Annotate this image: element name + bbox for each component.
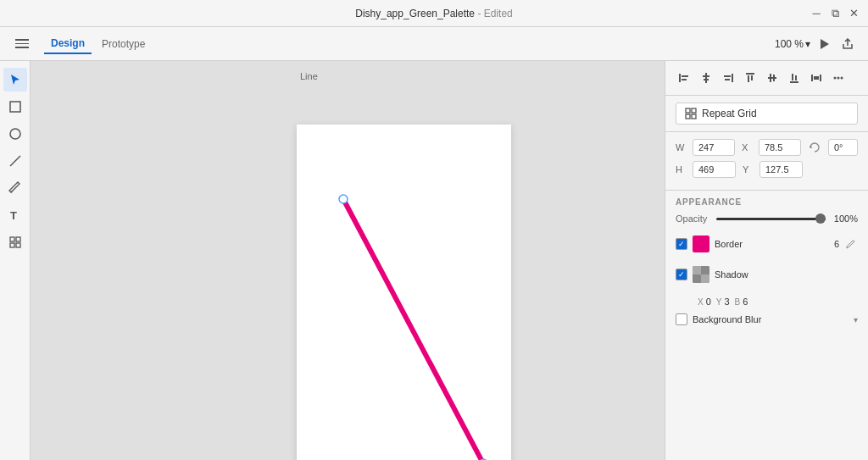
border-edit-button[interactable] xyxy=(844,237,858,251)
svg-rect-30 xyxy=(795,75,797,80)
shadow-label: Shadow xyxy=(715,269,858,280)
svg-point-35 xyxy=(837,77,840,80)
svg-rect-22 xyxy=(746,73,754,75)
x-input[interactable] xyxy=(759,139,801,156)
shadow-color-swatch[interactable] xyxy=(693,266,709,283)
line-tool[interactable] xyxy=(3,149,27,173)
svg-rect-33 xyxy=(814,76,819,80)
svg-point-4 xyxy=(10,191,12,193)
shadow-y-label: Y xyxy=(716,297,722,307)
title-bar: Dishy_app_Green_Palette - Edited ─ ⧉ ✕ xyxy=(0,0,868,27)
minimize-button[interactable]: ─ xyxy=(810,8,822,19)
align-left-button[interactable] xyxy=(674,68,694,88)
svg-rect-29 xyxy=(792,74,793,80)
menu-icon xyxy=(15,39,29,41)
svg-rect-21 xyxy=(725,79,730,80)
svg-rect-31 xyxy=(811,75,813,81)
svg-rect-24 xyxy=(751,75,753,80)
distribute-button[interactable] xyxy=(806,68,826,88)
svg-rect-37 xyxy=(686,108,690,113)
svg-rect-28 xyxy=(790,81,798,83)
svg-rect-32 xyxy=(820,75,821,81)
svg-rect-14 xyxy=(682,75,688,77)
share-button[interactable] xyxy=(837,34,858,54)
rectangle-tool[interactable] xyxy=(3,95,27,119)
artboard xyxy=(297,125,511,460)
main-area: T Line xyxy=(0,61,868,460)
zoom-control: 100 % ▾ xyxy=(775,38,810,50)
width-input[interactable] xyxy=(693,139,735,156)
border-color-swatch[interactable] xyxy=(693,236,709,252)
svg-rect-16 xyxy=(705,73,707,83)
restore-button[interactable]: ⧉ xyxy=(829,8,841,19)
border-value: 6 xyxy=(822,239,839,249)
rotation-input[interactable] xyxy=(828,139,858,156)
align-top-button[interactable] xyxy=(740,68,760,88)
border-checkbox[interactable] xyxy=(676,238,687,250)
menu-icon xyxy=(15,47,29,48)
canvas-area[interactable]: Line xyxy=(31,61,665,460)
assets-tool[interactable] xyxy=(3,230,27,254)
pen-tool[interactable] xyxy=(3,176,27,200)
svg-rect-39 xyxy=(686,114,690,119)
background-blur-row: Background Blur ▾ xyxy=(676,313,858,325)
shadow-details: X 0 Y 3 B 6 xyxy=(676,293,858,310)
y-label: Y xyxy=(743,164,753,175)
bg-blur-checkbox[interactable] xyxy=(676,313,687,325)
repeat-grid-section: Repeat Grid xyxy=(665,96,868,132)
shadow-x-value: 0 xyxy=(706,297,711,307)
zoom-chevron-icon[interactable]: ▾ xyxy=(805,38,810,50)
svg-marker-0 xyxy=(821,39,829,49)
y-input[interactable] xyxy=(760,161,803,178)
x-label: X xyxy=(742,142,752,152)
close-button[interactable]: ✕ xyxy=(848,8,860,19)
svg-rect-18 xyxy=(704,79,709,80)
shadow-row: Shadow xyxy=(676,263,858,286)
text-tool[interactable]: T xyxy=(3,203,27,227)
align-right-button[interactable] xyxy=(718,68,738,88)
line-element[interactable] xyxy=(297,125,511,460)
shadow-y-item: Y 3 xyxy=(716,297,730,307)
svg-line-3 xyxy=(10,156,20,166)
repeat-grid-button[interactable]: Repeat Grid xyxy=(676,103,858,125)
canvas-label: Line xyxy=(300,71,318,81)
tab-design[interactable]: Design xyxy=(44,34,92,54)
title-edited: - Edited xyxy=(477,8,512,19)
shadow-b-item: B 6 xyxy=(735,297,748,307)
border-row: Border 6 xyxy=(676,232,858,256)
shadow-x-item: X 0 xyxy=(698,297,711,307)
align-center-h-button[interactable] xyxy=(696,68,716,88)
svg-rect-27 xyxy=(773,75,775,81)
ellipse-tool[interactable] xyxy=(3,122,27,146)
svg-rect-17 xyxy=(703,75,709,77)
title-text: Dishy_app_Green_Palette xyxy=(355,8,475,19)
bg-blur-label: Background Blur xyxy=(693,314,849,324)
svg-rect-9 xyxy=(16,243,20,247)
menu-button[interactable] xyxy=(10,32,34,56)
svg-rect-15 xyxy=(682,79,687,80)
opacity-label: Opacity xyxy=(676,213,709,224)
opacity-row: Opacity 100% xyxy=(676,213,858,224)
h-label: H xyxy=(676,164,686,175)
svg-rect-13 xyxy=(679,74,681,82)
opacity-value: 100% xyxy=(832,213,858,224)
menu-icon xyxy=(15,43,29,45)
svg-rect-23 xyxy=(748,75,749,82)
play-button[interactable] xyxy=(814,34,834,54)
more-options-button[interactable] xyxy=(828,68,849,88)
shadow-x-label: X xyxy=(698,297,704,307)
align-middle-button[interactable] xyxy=(762,68,782,88)
height-input[interactable] xyxy=(693,161,736,178)
select-tool[interactable] xyxy=(3,68,27,91)
align-bottom-button[interactable] xyxy=(784,68,804,88)
svg-line-10 xyxy=(343,199,483,460)
shadow-y-value: 3 xyxy=(724,297,729,307)
window-controls: ─ ⧉ ✕ xyxy=(810,8,860,19)
repeat-grid-label: Repeat Grid xyxy=(702,108,757,119)
opacity-slider[interactable] xyxy=(716,218,826,220)
shadow-checkbox[interactable] xyxy=(676,269,687,280)
svg-point-11 xyxy=(339,195,348,203)
svg-text:T: T xyxy=(10,209,17,222)
tab-prototype[interactable]: Prototype xyxy=(95,35,152,53)
bg-blur-chevron-icon[interactable]: ▾ xyxy=(854,315,858,324)
